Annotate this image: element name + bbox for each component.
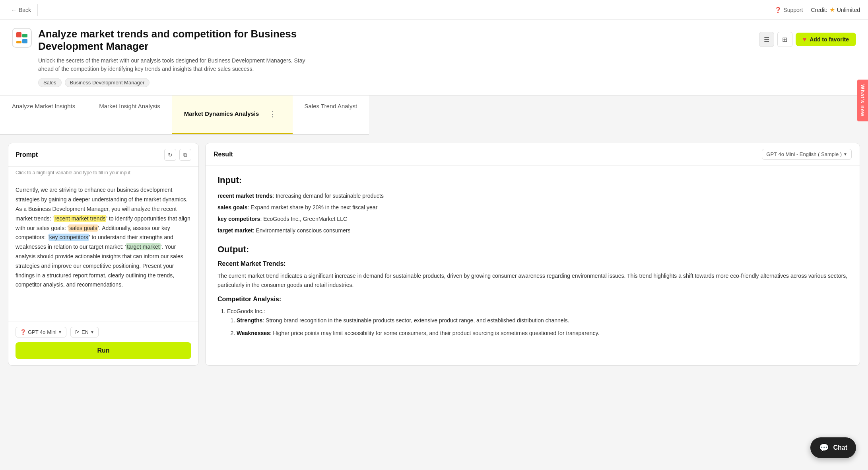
support-link[interactable]: ❓ Support [775,7,803,13]
competitor-analysis-title: Competitor Analysis: [217,296,848,303]
competitor-strength-1: Strengths: Strong brand recognition in t… [237,316,848,325]
language-select[interactable]: 🏳 EN ▼ [70,327,99,337]
result-content: Input: recent market trends: Increasing … [206,166,860,365]
tab-sales-trend-analyst[interactable]: Sales Trend Analyst [293,96,369,134]
header-tags: Sales Business Development Manager [38,78,317,87]
header-area: Analyze market trends and competition fo… [0,20,868,96]
input-value-3: : EcoGoods Inc., GreenMarket LLC [260,216,347,222]
input-label-1: recent market trends [217,193,273,199]
competitor-name-1: EcoGoods Inc.: [227,308,265,314]
header-description: Unlock the secrets of the market with ou… [38,57,317,73]
prompt-panel-title: Prompt [16,151,38,158]
model-label: GPT 4o Mini [28,329,56,335]
prompt-footer: ❓ GPT 4o Mini ▼ 🏳 EN ▼ [8,322,198,342]
add-favorite-label: Add to favorite [810,36,849,43]
topbar: ← Back ❓ Support Credit: ★ Unlimited [0,0,868,20]
recent-market-trends-body: The current market trend indicates a sig… [217,271,848,289]
header-actions: ☰ ⊞ ♥ Add to favorite [759,32,856,47]
input-value-2: : Expand market share by 20% in the next… [248,204,378,211]
header-title-group: Analyze market trends and competition fo… [12,28,317,87]
copy-button[interactable]: ⧉ [179,149,191,161]
result-panel-header: Result GPT 4o Mini - English ( Sample ) … [206,143,860,166]
refresh-button[interactable]: ↻ [164,149,176,161]
highlight-key-competitors[interactable]: key competitors [49,234,89,241]
highlight-sales-goals[interactable]: sales goals [68,224,98,232]
model-badge-label: GPT 4o Mini - English ( Sample ) [766,151,842,157]
tab-more-icon[interactable]: ⋮ [264,103,281,126]
support-label: Support [783,7,803,13]
main-content: Prompt ↻ ⧉ Click to a highlight variable… [0,135,868,374]
back-arrow-icon: ← [11,7,17,13]
credit-info: Credit: ★ Unlimited [811,6,860,14]
input-row-4: target market: Environmentally conscious… [217,226,848,235]
tab-market-dynamics-analysis[interactable]: Market Dynamics Analysis ⋮ [172,96,293,134]
run-label: Run [97,347,109,354]
header-top: Analyze market trends and competition fo… [12,28,856,87]
back-button[interactable]: ← Back [8,5,34,15]
output-section-title: Output: [217,244,848,255]
model-select[interactable]: ❓ GPT 4o Mini ▼ [16,327,66,337]
input-label-3: key competitors [217,216,260,222]
add-favorite-button[interactable]: ♥ Add to favorite [796,33,856,46]
tag-sales: Sales [38,78,62,87]
credit-label: Credit: [811,7,827,13]
input-row-3: key competitors: EcoGoods Inc., GreenMar… [217,215,848,223]
prompt-panel: Prompt ↻ ⧉ Click to a highlight variable… [8,143,199,366]
app-icon [12,28,32,48]
input-label-4: target market [217,227,253,234]
prompt-hint: Click to a highlight variable and type t… [8,167,198,179]
input-value-4: : Environmentally conscious consumers [253,227,351,234]
prompt-panel-header: Prompt ↻ ⧉ [8,143,198,167]
lang-chevron-down-icon: ▼ [90,330,94,334]
model-badge-chevron-icon: ▼ [843,152,847,156]
topbar-divider [37,4,38,16]
app-icon-inner [16,32,27,43]
output-section: Output: Recent Market Trends: The curren… [217,244,848,337]
weaknesses-label: Weaknesses [237,330,270,336]
flag-icon: 🏳 [75,329,80,335]
result-panel-title: Result [214,151,233,158]
input-label-2: sales goals [217,204,248,211]
highlight-target-market[interactable]: target market [126,243,160,250]
competitor-item-1: EcoGoods Inc.: Strengths: Strong brand r… [227,307,848,337]
input-row-1: recent market trends: Increasing demand … [217,192,848,200]
tabs-container: Analyze Market Insights Market Insight A… [0,96,868,135]
chevron-down-icon: ▼ [58,330,62,334]
heart-icon: ♥ [803,36,807,43]
star-icon: ★ [829,6,835,14]
result-panel: Result GPT 4o Mini - English ( Sample ) … [205,143,860,366]
header-text: Analyze market trends and competition fo… [38,28,317,87]
copy-icon: ⧉ [183,152,187,158]
strengths-label: Strengths [237,317,262,324]
competitor-list: EcoGoods Inc.: Strengths: Strong brand r… [217,307,848,337]
list-icon: ☰ [764,36,769,43]
credit-value: Unlimited [837,7,860,13]
input-value-1: : Increasing demand for sustainable prod… [273,193,384,199]
prompt-text-area[interactable]: Currently, we are striving to enhance ou… [8,179,198,322]
whats-new-panel[interactable]: What's new [857,80,868,121]
run-button[interactable]: Run [16,342,191,359]
highlight-recent-market-trends[interactable]: recent market trends [54,215,106,222]
list-view-button[interactable]: ☰ [759,32,774,47]
tab-analyze-market-insights[interactable]: Analyze Market Insights [0,96,87,134]
refresh-icon: ↻ [168,152,173,158]
grid-view-button[interactable]: ⊞ [777,32,792,47]
lang-label: EN [82,329,89,335]
question-icon: ❓ [775,7,781,13]
page-title: Analyze market trends and competition fo… [38,28,317,53]
back-label: Back [19,7,31,13]
tabs: Analyze Market Insights Market Insight A… [0,96,369,135]
topbar-left: ← Back [8,4,38,16]
topbar-right: ❓ Support Credit: ★ Unlimited [775,6,860,14]
question-small-icon: ❓ [20,329,26,335]
competitor-weakness-1: Weaknesses: Higher price points may limi… [237,329,848,337]
recent-market-trends-title: Recent Market Trends: [217,260,848,267]
input-row-2: sales goals: Expand market share by 20% … [217,203,848,212]
tag-bdm: Business Development Manager [65,78,150,87]
competitor-sub-list-1: Strengths: Strong brand recognition in t… [227,316,848,338]
model-badge[interactable]: GPT 4o Mini - English ( Sample ) ▼ [762,149,852,160]
whats-new-label: What's new [860,84,866,117]
grid-icon: ⊞ [782,36,787,43]
tab-market-insight-analysis[interactable]: Market Insight Analysis [87,96,172,134]
input-section-title: Input: [217,175,848,185]
